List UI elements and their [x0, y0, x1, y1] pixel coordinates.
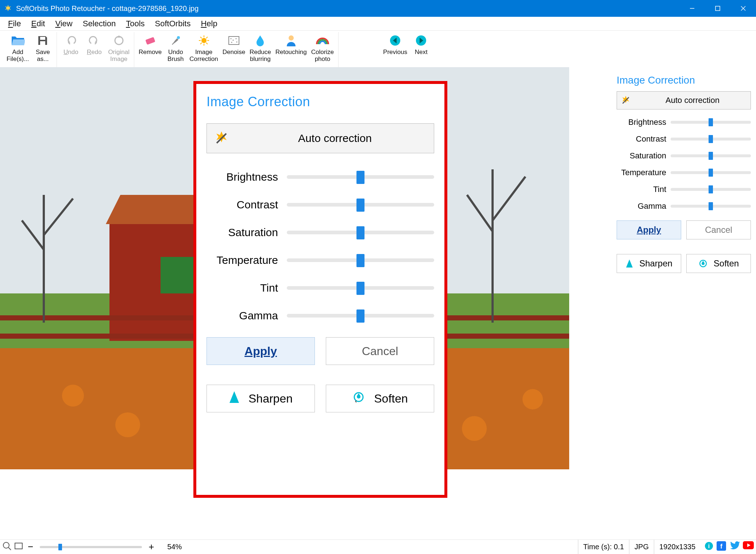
svg-point-35	[62, 385, 84, 407]
gamma-slider[interactable]	[287, 314, 434, 318]
person-icon	[286, 34, 296, 47]
menu-help[interactable]: Help	[196, 17, 222, 31]
maximize-button[interactable]	[705, 0, 730, 17]
undo-button[interactable]: Undo	[59, 32, 82, 67]
sharpen-button[interactable]: Sharpen	[207, 385, 315, 412]
panel-soften-button[interactable]: Soften	[686, 254, 751, 273]
panel-saturation-slider[interactable]	[671, 154, 751, 157]
reduce-blurring-button[interactable]: Reduce blurring	[247, 32, 273, 67]
status-time: Time (s): 0.1	[578, 540, 629, 554]
panel-gamma-label: Gamma	[617, 201, 671, 211]
undo-icon	[65, 34, 77, 47]
panel-auto-correction-button[interactable]: Auto correction	[617, 91, 751, 109]
save-icon	[37, 34, 49, 47]
retouching-button[interactable]: Retouching	[273, 32, 309, 67]
svg-point-40	[462, 416, 487, 441]
panel-apply-button[interactable]: Apply	[617, 220, 681, 239]
drop-icon	[255, 34, 265, 47]
temperature-label: Temperature	[207, 254, 287, 266]
menu-selection[interactable]: Selection	[78, 17, 121, 31]
saturation-label: Saturation	[207, 226, 287, 239]
image-correction-panel: Image Correction Auto correction Brightn…	[612, 67, 756, 539]
panel-brightness-slider[interactable]	[671, 121, 751, 124]
svg-rect-18	[229, 36, 239, 45]
rainbow-icon	[316, 34, 329, 47]
svg-point-23	[236, 42, 237, 43]
svg-point-20	[232, 40, 234, 41]
panel-tint-label: Tint	[617, 185, 671, 194]
facebook-icon[interactable]: f	[717, 541, 726, 553]
brightness-slider[interactable]	[287, 175, 434, 179]
svg-rect-51	[15, 543, 22, 549]
redo-button[interactable]: Redo	[82, 32, 106, 67]
twitter-icon[interactable]	[729, 541, 740, 553]
toolbar: Add File(s)... Save as... Undo Redo Orig…	[0, 31, 756, 67]
colorize-photo-button[interactable]: Colorize photo	[309, 32, 336, 67]
canvas-area[interactable]: Image Correction Auto correction Brightn…	[0, 67, 612, 539]
soften-icon	[352, 391, 365, 407]
svg-rect-4	[40, 37, 45, 40]
next-button[interactable]: Next	[409, 32, 433, 67]
menu-bar: File Edit View Selection Tools SoftOrbit…	[0, 17, 756, 31]
sun-icon	[198, 34, 210, 47]
cancel-button[interactable]: Cancel	[326, 337, 434, 365]
image-correction-dialog: Image Correction Auto correction Brightn…	[193, 81, 447, 498]
panel-title: Image Correction	[617, 74, 751, 86]
contrast-slider[interactable]	[287, 203, 434, 207]
svg-text:f: f	[720, 543, 723, 550]
apply-button[interactable]: Apply	[207, 337, 315, 365]
menu-tools[interactable]: Tools	[121, 17, 150, 31]
soften-button[interactable]: Soften	[326, 385, 434, 412]
gamma-label: Gamma	[207, 309, 287, 322]
arrow-left-icon	[389, 34, 401, 47]
menu-edit[interactable]: Edit	[26, 17, 50, 31]
panel-contrast-slider[interactable]	[671, 138, 751, 141]
panel-sharpen-button[interactable]: Sharpen	[617, 254, 681, 273]
menu-softorbits[interactable]: SoftOrbits	[150, 17, 196, 31]
app-icon	[4, 4, 12, 13]
zoom-actual-icon[interactable]	[2, 541, 12, 553]
sharpen-icon	[229, 391, 240, 407]
dialog-title: Image Correction	[207, 94, 434, 109]
denoise-button[interactable]: Denoise	[220, 32, 247, 67]
saturation-slider[interactable]	[287, 231, 434, 234]
brightness-label: Brightness	[207, 171, 287, 183]
panel-temperature-slider[interactable]	[671, 171, 751, 174]
save-as-button[interactable]: Save as...	[31, 32, 54, 67]
zoom-slider[interactable]	[40, 546, 142, 548]
panel-cancel-button[interactable]: Cancel	[686, 220, 751, 239]
zoom-in-button[interactable]: +	[146, 541, 156, 553]
main-area: Image Correction Auto correction Brightn…	[0, 67, 756, 539]
redo-icon	[88, 34, 100, 47]
menu-file[interactable]: File	[3, 17, 26, 31]
svg-point-6	[115, 36, 123, 45]
temperature-slider[interactable]	[287, 258, 434, 262]
youtube-icon[interactable]	[743, 541, 754, 553]
panel-saturation-label: Saturation	[617, 151, 671, 161]
magic-wand-icon	[207, 130, 236, 147]
zoom-out-button[interactable]: −	[26, 541, 35, 553]
svg-point-36	[115, 412, 140, 437]
minimize-button[interactable]	[679, 0, 705, 17]
magic-wand-icon	[617, 95, 634, 106]
sharpen-icon	[625, 259, 633, 268]
zoom-value: 54%	[167, 543, 182, 551]
remove-button[interactable]: Remove	[136, 32, 164, 67]
tint-slider[interactable]	[287, 286, 434, 290]
auto-correction-button[interactable]: Auto correction	[207, 123, 434, 153]
add-files-button[interactable]: Add File(s)...	[4, 32, 31, 67]
panel-tint-slider[interactable]	[671, 188, 751, 191]
undo-brush-button[interactable]: Undo Brush	[164, 32, 187, 67]
menu-view[interactable]: View	[50, 17, 77, 31]
info-icon[interactable]: i	[704, 541, 714, 553]
previous-button[interactable]: Previous	[381, 32, 409, 67]
close-button[interactable]	[730, 0, 756, 17]
svg-line-17	[206, 37, 208, 38]
panel-gamma-slider[interactable]	[671, 205, 751, 208]
panel-temperature-label: Temperature	[617, 168, 671, 177]
original-image-button[interactable]: Original Image	[106, 32, 132, 67]
image-correction-button[interactable]: Image Correction	[187, 32, 220, 67]
zoom-fit-icon[interactable]	[14, 541, 23, 553]
soften-icon	[698, 259, 708, 268]
svg-rect-7	[145, 37, 155, 45]
